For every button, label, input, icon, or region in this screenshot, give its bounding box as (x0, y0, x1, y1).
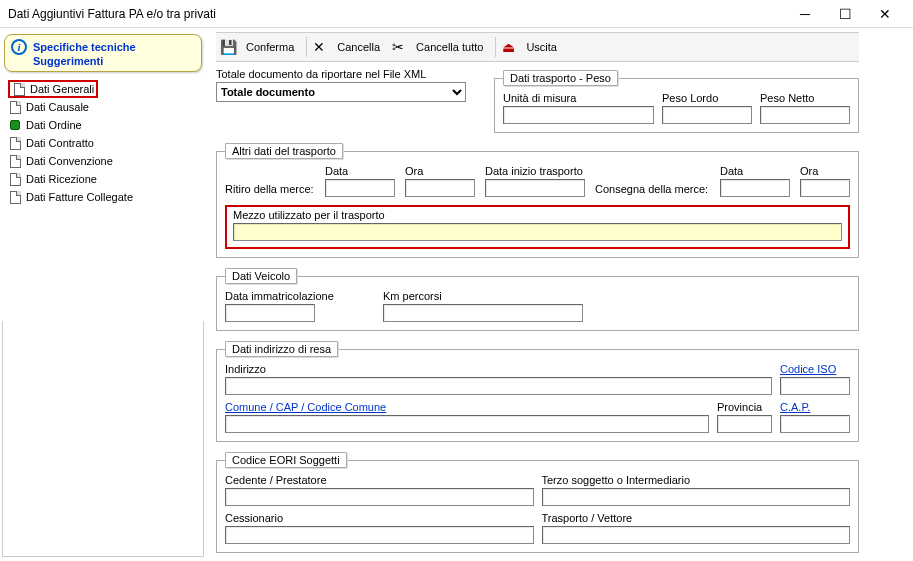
tree-item-ricezione[interactable]: Dati Ricezione (6, 170, 200, 188)
cessionario-label: Cessionario (225, 512, 534, 524)
ritiro-data-input[interactable] (325, 179, 395, 197)
nav-tree: Dati Generali Dati Causale Dati Ordine D… (2, 78, 204, 317)
vettore-input[interactable] (542, 526, 851, 544)
minimize-button[interactable]: ─ (785, 1, 825, 27)
consegna-data-input[interactable] (720, 179, 790, 197)
tree-item-convenzione[interactable]: Dati Convenzione (6, 152, 200, 170)
provincia-input[interactable] (717, 415, 772, 433)
tree-item-contratto[interactable]: Dati Contratto (6, 134, 200, 152)
km-label: Km percorsi (383, 290, 583, 302)
consegna-data-label: Data (720, 165, 790, 177)
tree-item-generali[interactable]: Dati Generali (6, 80, 200, 98)
cap-link[interactable]: C.A.P. (780, 401, 850, 413)
close-button[interactable]: ✕ (865, 1, 905, 27)
xml-total-label: Totale documento da riportare nel File X… (216, 68, 486, 80)
doc-icon (10, 137, 21, 150)
delete-all-icon[interactable]: ✂ (390, 39, 406, 55)
consegna-label: Consegna della merce: (595, 183, 710, 195)
cedente-label: Cedente / Prestatore (225, 474, 534, 486)
indirizzo-input[interactable] (225, 377, 772, 395)
peso-lordo-input[interactable] (662, 106, 752, 124)
peso-legend: Dati trasporto - Peso (503, 70, 618, 86)
doc-icon (10, 173, 21, 186)
mezzo-input[interactable] (233, 223, 842, 241)
window-title: Dati Aggiuntivi Fattura PA e/o tra priva… (8, 7, 785, 21)
doc-icon (10, 155, 21, 168)
ritiro-data-label: Data (325, 165, 395, 177)
indirizzo-label: Indirizzo (225, 363, 772, 375)
vettore-label: Trasporto / Vettore (542, 512, 851, 524)
titlebar: Dati Aggiuntivi Fattura PA e/o tra priva… (0, 0, 913, 28)
eori-legend: Codice EORI Soggetti (225, 452, 347, 468)
imm-label: Data immatricolazione (225, 290, 375, 302)
imm-input[interactable] (225, 304, 315, 322)
unita-input[interactable] (503, 106, 654, 124)
mezzo-label: Mezzo utilizzato per il trasporto (233, 209, 842, 221)
consegna-ora-label: Ora (800, 165, 850, 177)
km-input[interactable] (383, 304, 583, 322)
resa-legend: Dati indirizzo di resa (225, 341, 338, 357)
cap-input[interactable] (780, 415, 850, 433)
ritiro-ora-input[interactable] (405, 179, 475, 197)
info-icon: i (11, 39, 27, 55)
comune-link[interactable]: Comune / CAP / Codice Comune (225, 401, 709, 413)
iso-input[interactable] (780, 377, 850, 395)
terzo-input[interactable] (542, 488, 851, 506)
terzo-label: Terzo soggetto o Intermediario (542, 474, 851, 486)
altri-legend: Altri dati del trasporto (225, 143, 343, 159)
comune-input[interactable] (225, 415, 709, 433)
consegna-ora-input[interactable] (800, 179, 850, 197)
ritiro-ora-label: Ora (405, 165, 475, 177)
doc-icon (10, 191, 21, 204)
peso-netto-input[interactable] (760, 106, 850, 124)
exit-icon[interactable]: ⏏ (500, 39, 516, 55)
cedente-input[interactable] (225, 488, 534, 506)
xml-total-select[interactable]: Totale documento (216, 82, 466, 102)
hint-note: iSpecifiche tecniche Suggerimenti (4, 34, 202, 72)
tree-item-causale[interactable]: Dati Causale (6, 98, 200, 116)
conferma-button[interactable]: Conferma (238, 35, 302, 59)
uscita-button[interactable]: Uscita (518, 35, 565, 59)
maximize-button[interactable]: ☐ (825, 1, 865, 27)
cessionario-input[interactable] (225, 526, 534, 544)
unita-label: Unità di misura (503, 92, 654, 104)
note-line2[interactable]: Suggerimenti (11, 55, 195, 67)
ritiro-label: Ritiro della merce: (225, 183, 315, 195)
provincia-label: Provincia (717, 401, 772, 413)
iso-link[interactable]: Codice ISO (780, 363, 850, 375)
doc-icon (10, 101, 21, 114)
cancella-button[interactable]: Cancella (329, 35, 388, 59)
inizio-input[interactable] (485, 179, 585, 197)
peso-netto-label: Peso Netto (760, 92, 850, 104)
doc-icon (14, 83, 25, 96)
veicolo-legend: Dati Veicolo (225, 268, 297, 284)
tree-item-collegate[interactable]: Dati Fatture Collegate (6, 188, 200, 206)
note-line1[interactable]: Specifiche tecniche (33, 41, 136, 53)
peso-lordo-label: Peso Lordo (662, 92, 752, 104)
delete-icon[interactable]: ✕ (311, 39, 327, 55)
cancella-tutto-button[interactable]: Cancella tutto (408, 35, 491, 59)
inizio-label: Data inizio trasporto (485, 165, 585, 177)
save-icon[interactable]: 💾 (220, 39, 236, 55)
check-icon (10, 120, 20, 130)
tree-item-ordine[interactable]: Dati Ordine (6, 116, 200, 134)
